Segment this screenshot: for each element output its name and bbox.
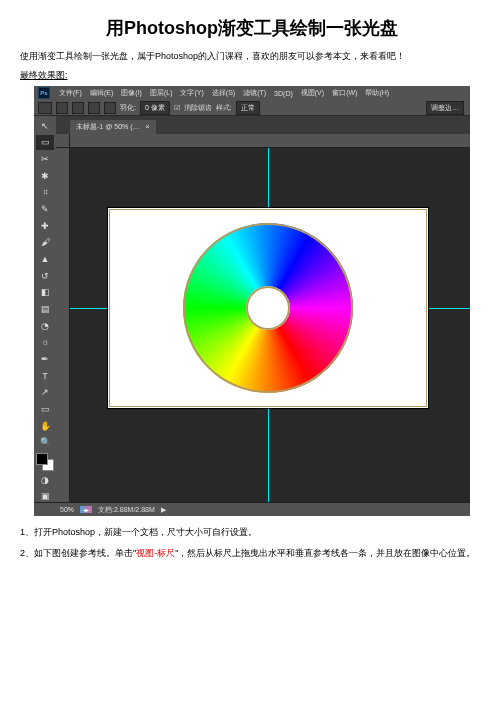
doc-size[interactable]: 文档:2.88M/2.88M	[98, 505, 155, 515]
antialias-label: 消除锯齿	[184, 103, 212, 113]
healing-brush-tool-icon[interactable]: ✚	[36, 218, 54, 234]
marquee-tool-icon[interactable]: ▭	[36, 135, 54, 151]
dodge-tool-icon[interactable]: ☼	[36, 335, 54, 351]
status-bar: 50% ◂▸ 文档:2.88M/2.88M ▶	[34, 502, 470, 516]
lasso-tool-icon[interactable]: ✂	[36, 151, 54, 167]
crop-tool-icon[interactable]: ⌗	[36, 185, 54, 201]
canvas[interactable]	[108, 208, 428, 408]
add-selection-icon[interactable]	[72, 102, 84, 114]
type-tool-icon[interactable]: T	[36, 368, 54, 384]
antialias-checkbox[interactable]: ☑	[174, 104, 180, 112]
subtract-selection-icon[interactable]	[88, 102, 100, 114]
chevron-right-icon[interactable]: ▶	[161, 506, 166, 514]
menu-image[interactable]: 图像(I)	[118, 88, 145, 98]
step-2-a: 2、如下图创建参考线。单击"	[20, 548, 136, 558]
foreground-background-swatches[interactable]	[36, 453, 54, 471]
intersect-selection-icon[interactable]	[104, 102, 116, 114]
close-icon[interactable]: ×	[145, 123, 149, 130]
photoshop-screenshot: Ps 文件(F) 编辑(E) 图像(I) 图层(L) 文字(Y) 选择(S) 滤…	[34, 86, 470, 516]
menu-type[interactable]: 文字(Y)	[177, 88, 206, 98]
foreground-color-swatch[interactable]	[36, 453, 48, 465]
quickmask-icon[interactable]: ◑	[36, 472, 54, 488]
menu-layer[interactable]: 图层(L)	[147, 88, 176, 98]
intro-text: 使用渐变工具绘制一张光盘，属于Photoshop的入门课程，喜欢的朋友可以参考本…	[20, 50, 484, 63]
work-area	[56, 134, 470, 502]
feather-input[interactable]: 0 像素	[140, 101, 170, 115]
step-2-b: "，然后从标尺上拖曳出水平和垂直参考线各一条，并且放在图像中心位置。	[175, 548, 475, 558]
menu-filter[interactable]: 滤镜(T)	[240, 88, 269, 98]
clone-stamp-tool-icon[interactable]: ▲	[36, 251, 54, 267]
move-tool-icon[interactable]: ↖	[36, 118, 54, 134]
ruler-vertical[interactable]	[56, 148, 70, 502]
menu-file[interactable]: 文件(F)	[56, 88, 85, 98]
eraser-tool-icon[interactable]: ◧	[36, 285, 54, 301]
zoom-tool-icon[interactable]: 🔍	[36, 434, 54, 450]
history-brush-tool-icon[interactable]: ↺	[36, 268, 54, 284]
tools-palette: ↖ ▭ ✂ ✱ ⌗ ✎ ✚ 🖌 ▲ ↺ ◧ ▤ ◔ ☼ ✒ T ↗ ▭ ✋ 🔍 …	[34, 116, 56, 506]
menu-3d[interactable]: 3D(D)	[271, 90, 296, 97]
brush-tool-icon[interactable]: 🖌	[36, 235, 54, 251]
pen-tool-icon[interactable]: ✒	[36, 351, 54, 367]
eyedropper-tool-icon[interactable]: ✎	[36, 201, 54, 217]
options-bar: 羽化: 0 像素 ☑ 消除锯齿 样式: 正常 调整边…	[34, 100, 470, 116]
refine-edge-button[interactable]: 调整边…	[426, 101, 464, 115]
result-label: 最终效果图:	[20, 69, 484, 82]
page-title: 用Photoshop渐变工具绘制一张光盘	[20, 16, 484, 40]
tab-title: 未标题-1	[76, 123, 103, 130]
menu-view[interactable]: 视图(V)	[298, 88, 327, 98]
disc-hole	[246, 286, 290, 330]
menu-select[interactable]: 选择(S)	[209, 88, 238, 98]
canvas-viewport	[70, 148, 470, 502]
menu-window[interactable]: 窗口(W)	[329, 88, 360, 98]
menu-edit[interactable]: 编辑(E)	[87, 88, 116, 98]
disc-shape	[183, 223, 353, 393]
menu-bar: Ps 文件(F) 编辑(E) 图像(I) 图层(L) 文字(Y) 选择(S) 滤…	[34, 86, 470, 100]
ruler-corner	[56, 134, 70, 148]
document-tab[interactable]: 未标题-1 @ 50% (… ×	[70, 120, 156, 134]
step-2-red: 视图-标尺	[136, 548, 175, 558]
ruler-horizontal[interactable]	[70, 134, 470, 148]
magic-wand-tool-icon[interactable]: ✱	[36, 168, 54, 184]
path-selection-tool-icon[interactable]: ↗	[36, 385, 54, 401]
new-selection-icon[interactable]	[56, 102, 68, 114]
document-tab-bar: 未标题-1 @ 50% (… ×	[34, 116, 470, 134]
shape-tool-icon[interactable]: ▭	[36, 401, 54, 417]
menu-help[interactable]: 帮助(H)	[362, 88, 392, 98]
blur-tool-icon[interactable]: ◔	[36, 318, 54, 334]
hand-tool-icon[interactable]: ✋	[36, 418, 54, 434]
gradient-tool-icon[interactable]: ▤	[36, 301, 54, 317]
feather-label: 羽化:	[120, 103, 136, 113]
zoom-level[interactable]: 50%	[60, 506, 74, 513]
zoom-badge-icon: ◂▸	[80, 506, 92, 513]
style-label: 样式:	[216, 103, 232, 113]
ps-logo-icon: Ps	[38, 87, 50, 99]
style-select[interactable]: 正常	[236, 101, 260, 115]
step-1: 1、打开Photoshop，新建一个文档，尺寸大小可自行设置。	[20, 526, 484, 539]
step-2: 2、如下图创建参考线。单击"视图-标尺"，然后从标尺上拖曳出水平和垂直参考线各一…	[20, 547, 484, 560]
tool-preset-icon[interactable]	[38, 102, 52, 114]
tab-mode: @ 50% (…	[105, 123, 139, 130]
